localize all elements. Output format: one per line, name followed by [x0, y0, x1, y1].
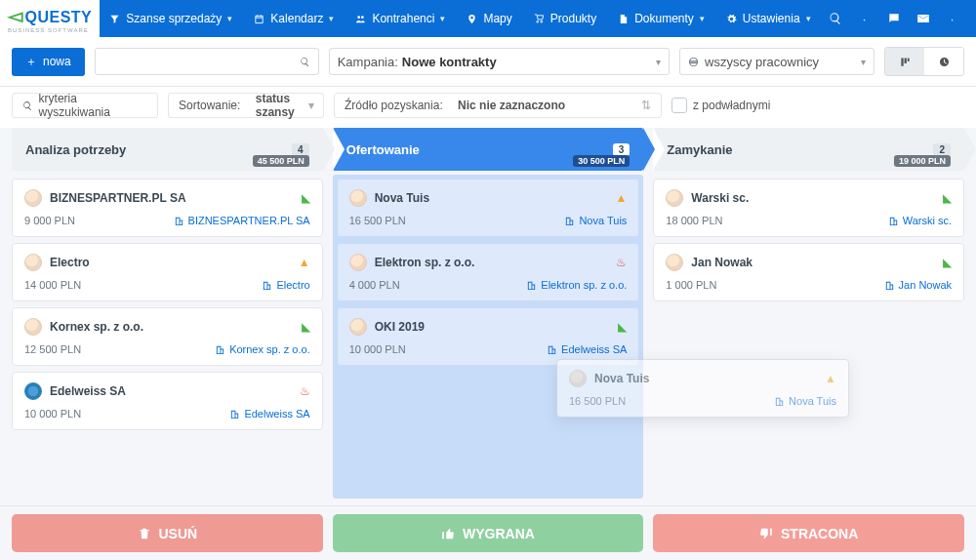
card-title: OKI 2019 — [375, 320, 611, 334]
campaign-select[interactable]: Kampania: Nowe kontrakty ▾ — [329, 48, 670, 75]
kanban-card[interactable]: Nova Tuis▲16 500 PLNNova Tuis — [337, 179, 640, 237]
kanban-card[interactable]: Elektron sp. z o.o.♨4 000 PLNElektron sp… — [337, 243, 640, 301]
search-icon — [300, 57, 310, 67]
card-value: 16 500 PLN — [349, 215, 406, 226]
lost-button[interactable]: STRACONA — [653, 514, 964, 552]
chevron-down-icon: ▾ — [308, 99, 314, 112]
avatar — [349, 254, 367, 271]
clipboard-icon[interactable] — [967, 0, 976, 37]
nav-produkty[interactable]: Produkty — [524, 0, 606, 37]
employee-select[interactable]: wszyscy pracownicy ▾ — [679, 48, 874, 75]
card-value: 18 000 PLN — [666, 215, 722, 226]
nav-szanse-sprzedaży[interactable]: Szanse sprzedaży▾ — [100, 0, 242, 37]
kanban-card[interactable]: Warski sc.◣18 000 PLNWarski sc. — [653, 179, 964, 237]
subordinates-checkbox[interactable] — [671, 98, 687, 113]
column-count: 4 — [292, 143, 309, 156]
card-value: 12 500 PLN — [24, 343, 81, 355]
thumbs-up-icon — [441, 527, 455, 540]
filter-bar: ＋nowa Kampania: Nowe kontrakty ▾ wszyscy… — [0, 37, 976, 87]
search-criteria-button[interactable]: kryteria wyszukiwania — [12, 93, 158, 118]
warning-icon: ▲ — [299, 256, 310, 269]
tag-icon: ◣ — [302, 320, 310, 334]
column-body[interactable]: BIZNESPARTNER.PL SA◣9 000 PLNBIZNESPARTN… — [12, 175, 323, 499]
nav-mapy[interactable]: Mapy — [457, 0, 521, 37]
card-company-link[interactable]: Warski sc. — [888, 215, 952, 226]
nav-separator: · — [850, 0, 879, 37]
new-button[interactable]: ＋nowa — [12, 48, 85, 76]
warning-icon: ▲ — [615, 191, 627, 205]
card-company-link[interactable]: Kornex sp. z o.o. — [215, 343, 310, 355]
search-icon — [22, 100, 33, 111]
warning-icon: ▲ — [825, 372, 836, 385]
kanban-card[interactable]: Kornex sp. z o.o.◣12 500 PLNKornex sp. z… — [12, 307, 323, 366]
column-body[interactable]: Nova Tuis▲16 500 PLNNova TuisElektron sp… — [333, 175, 644, 499]
column-body[interactable]: Warski sc.◣18 000 PLNWarski sc.Jan Nowak… — [653, 175, 964, 499]
app-logo[interactable]: ◅QUESTY BUSINESS SOFTWARE — [0, 0, 100, 37]
kanban-column: Ofertowanie330 500 PLNNova Tuis▲16 500 P… — [333, 128, 644, 499]
search-icon[interactable] — [821, 0, 850, 37]
delete-button[interactable]: USUŃ — [12, 514, 323, 552]
card-title: Nova Tuis — [375, 191, 608, 205]
search-input[interactable] — [95, 48, 319, 75]
card-company-link[interactable]: Nova Tuis — [564, 215, 627, 226]
kanban-card[interactable]: OKI 2019◣10 000 PLNEdelweiss SA — [337, 307, 640, 366]
building-icon — [774, 396, 785, 407]
timeline-view-toggle[interactable] — [924, 48, 963, 75]
card-title: Jan Nowak — [691, 256, 935, 269]
avatar — [24, 254, 42, 271]
view-toggle — [884, 47, 964, 76]
nav-kontrahenci[interactable]: Kontrahenci▾ — [346, 0, 455, 37]
chat-icon[interactable] — [879, 0, 909, 37]
kanban-view-toggle[interactable] — [885, 48, 924, 75]
card-company-link[interactable]: Electro — [262, 279, 309, 291]
chevron-down-icon: ▾ — [656, 57, 661, 67]
plus-icon: ＋ — [25, 54, 37, 70]
kanban-card[interactable]: BIZNESPARTNER.PL SA◣9 000 PLNBIZNESPARTN… — [12, 179, 323, 237]
tag-icon: ◣ — [943, 256, 952, 269]
nav-separator: · — [938, 0, 967, 37]
sort-select[interactable]: Sortowanie: status szansy ▾ — [168, 93, 324, 118]
nav-utility-icons: · · · · · — [821, 0, 976, 37]
card-company-link[interactable]: BIZNESPARTNER.PL SA — [174, 215, 310, 226]
column-header[interactable]: Zamykanie219 000 PLN — [653, 128, 964, 171]
column-sum: 19 000 PLN — [894, 155, 951, 167]
card-title: Edelweiss SA — [50, 384, 292, 398]
column-header[interactable]: Ofertowanie330 500 PLN — [333, 128, 644, 171]
nav-ustawienia[interactable]: Ustawienia▾ — [716, 0, 821, 37]
card-title: Warski sc. — [691, 191, 935, 205]
won-button[interactable]: WYGRANA — [333, 514, 644, 552]
column-header[interactable]: Analiza potrzeby445 500 PLN — [12, 128, 323, 171]
top-nav: ◅QUESTY BUSINESS SOFTWARE Szanse sprzeda… — [0, 0, 976, 37]
subordinates-label: z podwładnymi — [693, 99, 770, 112]
drag-ghost-card: Nova Tuis ▲ 16 500 PLN Nova Tuis — [556, 359, 849, 418]
nav-kalendarz[interactable]: Kalendarz▾ — [244, 0, 344, 37]
nav-dokumenty[interactable]: Dokumenty▾ — [608, 0, 714, 37]
card-value: 10 000 PLN — [349, 343, 406, 355]
kanban-card[interactable]: Electro▲14 000 PLNElectro — [12, 243, 323, 301]
avatar — [24, 318, 42, 336]
chevron-down-icon: ▾ — [861, 57, 866, 67]
thumbs-down-icon — [759, 527, 773, 540]
kanban-card[interactable]: Jan Nowak◣1 000 PLNJan Nowak — [653, 243, 964, 301]
card-company-link[interactable]: Edelweiss SA — [547, 343, 627, 355]
card-title: Elektron sp. z o.o. — [375, 256, 609, 269]
avatar — [24, 189, 42, 207]
kanban-card[interactable]: Edelweiss SA♨10 000 PLNEdelweiss SA — [12, 372, 323, 430]
filter-bar-secondary: kryteria wyszukiwania Sortowanie: status… — [0, 87, 976, 128]
avatar — [349, 318, 367, 336]
card-title: Kornex sp. z o.o. — [50, 320, 294, 334]
card-value: 10 000 PLN — [24, 408, 81, 420]
mail-icon[interactable] — [909, 0, 938, 37]
fire-icon: ♨ — [300, 384, 310, 398]
card-value: 4 000 PLN — [349, 279, 400, 291]
tag-icon: ◣ — [618, 320, 627, 334]
card-company-link[interactable]: Jan Nowak — [884, 279, 952, 291]
column-count: 3 — [613, 143, 630, 156]
kanban-column: Zamykanie219 000 PLNWarski sc.◣18 000 PL… — [653, 128, 964, 499]
source-select[interactable]: Źródło pozyskania: Nic nie zaznaczono ⇅ — [334, 93, 662, 118]
column-count: 2 — [933, 143, 951, 156]
card-company-link[interactable]: Edelweiss SA — [229, 408, 309, 420]
card-company-link[interactable]: Elektron sp. z o.o. — [526, 279, 627, 291]
avatar — [349, 189, 367, 207]
column-sum: 45 500 PLN — [253, 155, 309, 167]
